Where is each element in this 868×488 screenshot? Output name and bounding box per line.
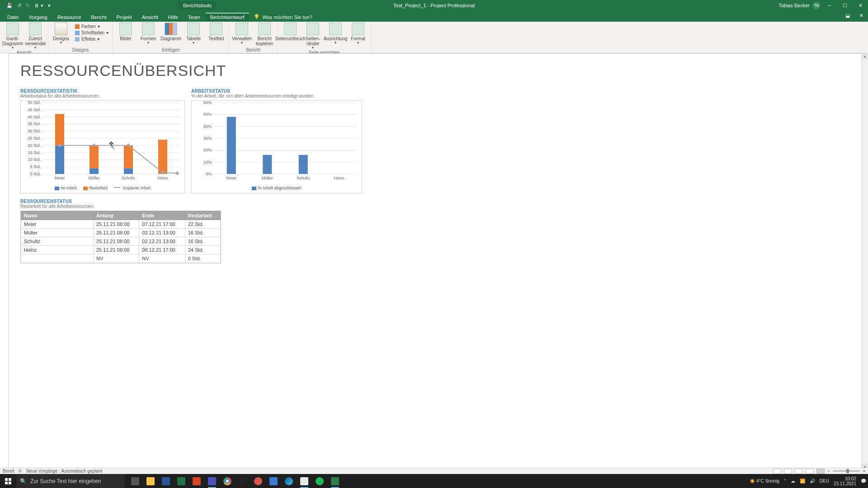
group-ansicht: Gantt-Diagramm▾ Zuletzt verwendet▾ Ansic… [0, 22, 48, 53]
lightbulb-icon: 💡 [254, 14, 260, 20]
close-button[interactable]: ✕ [853, 0, 868, 11]
fonts-button[interactable]: Schriftarten ▾ [74, 30, 110, 36]
pagebreak-label: Seitenumbruch [275, 36, 306, 41]
tab-projekt[interactable]: Projekt [112, 13, 137, 22]
colors-label: Farben [81, 24, 96, 29]
close-document-icon[interactable]: ✕ [859, 13, 863, 19]
contextual-tab-title: Berichtstools [179, 1, 216, 9]
group-label: Einfügen [162, 47, 179, 53]
copy-report-button[interactable]: Bericht kopieren [255, 23, 274, 46]
fonts-icon [75, 31, 80, 35]
gantt-label: Gantt-Diagramm [2, 36, 23, 46]
window-title: Test_Project_1 - Project Professional [393, 3, 475, 8]
colors-icon [75, 24, 80, 29]
save-icon[interactable]: 💾 [6, 3, 13, 9]
shapes-icon [142, 23, 155, 35]
chart-label: Diagramm [160, 36, 181, 41]
shapes-button[interactable]: Formen▾ [138, 23, 158, 45]
format-icon [352, 23, 364, 35]
margins-label: Seiten-ränder [303, 36, 323, 46]
tell-me-placeholder: Was möchten Sie tun? [263, 14, 312, 20]
tab-team[interactable]: Team [184, 13, 205, 22]
colors-button[interactable]: Farben ▾ [74, 23, 110, 29]
pagebreak-icon [284, 23, 297, 35]
copy-report-icon [258, 23, 271, 35]
user-name-label: Tobias Becker [778, 3, 810, 8]
ribbon-collapse-icon[interactable]: ⬓ [845, 13, 850, 19]
ribbon: Gantt-Diagramm▾ Zuletzt verwendet▾ Ansic… [0, 22, 868, 53]
copy-report-label: Bericht kopieren [255, 36, 274, 46]
textbox-button[interactable]: Textfeld [206, 23, 226, 41]
images-label: Bilder [120, 36, 132, 41]
user-avatar: TB [812, 1, 821, 9]
undo-icon[interactable]: ↺ [17, 3, 21, 9]
images-icon [119, 23, 132, 35]
group-label: Designs [72, 47, 89, 53]
images-button[interactable]: Bilder [116, 23, 136, 41]
tab-hilfe[interactable]: Hilfe [164, 13, 183, 22]
group-insert: Bilder Formen▾ Diagramm Tabelle▾ Textfel… [113, 22, 229, 53]
tab-bericht[interactable]: Bericht [86, 13, 111, 22]
group-designs: Designs▾ Farben ▾ Schriftarten ▾ Effekte… [48, 22, 113, 53]
tab-ressource[interactable]: Ressource [53, 13, 86, 22]
designs-icon [55, 23, 67, 35]
tab-file[interactable]: Datei [3, 13, 24, 22]
chart-button[interactable]: Diagramm [161, 23, 181, 41]
recent-icon [29, 23, 42, 35]
tell-me-search[interactable]: 💡 Was möchten Sie tun? [250, 12, 316, 22]
group-page-setup: Seitenumbruch Seiten-ränder▾ Ausrichtung… [278, 22, 371, 53]
tab-ansicht[interactable]: Ansicht [137, 13, 163, 22]
effects-label: Effekte [81, 37, 95, 42]
group-label: Seite einrichten [309, 50, 340, 53]
chart-icon [165, 23, 177, 35]
window-controls: ─ ☐ ✕ [822, 0, 868, 11]
user-account[interactable]: Tobias Becker TB [778, 1, 821, 9]
margins-icon [307, 23, 319, 35]
designs-button[interactable]: Designs▾ [51, 23, 71, 45]
redo-icon[interactable]: ↻ [26, 3, 30, 9]
orientation-button[interactable]: Ausrichtung▾ [326, 23, 345, 45]
title-bar: 💾 ↺ ↻ 🗎 ▾ ▾ Berichtstools Test_Project_1… [0, 0, 868, 11]
recent-label: Zuletzt verwendet [25, 36, 46, 46]
group-label: Bericht [246, 47, 260, 53]
minimize-button[interactable]: ─ [822, 0, 837, 11]
ribbon-tabs: Datei Vorgang Ressource Bericht Projekt … [0, 11, 868, 22]
textbox-label: Textfeld [208, 36, 224, 41]
group-report: Verwalten▾ Bericht kopieren Bericht [229, 22, 278, 53]
qat-customize-icon[interactable]: ▾ [48, 3, 51, 9]
group-label: Ansicht [17, 50, 32, 53]
fonts-label: Schriftarten [81, 30, 104, 35]
manage-button[interactable]: Verwalten▾ [232, 23, 252, 45]
table-icon [187, 23, 200, 35]
recent-button[interactable]: Zuletzt verwendet▾ [25, 23, 45, 50]
table-button[interactable]: Tabelle▾ [184, 23, 203, 45]
format-button[interactable]: Format▾ [348, 23, 368, 45]
pagebreak-button[interactable]: Seitenumbruch [280, 23, 300, 41]
effects-button[interactable]: Effekte ▾ [74, 36, 110, 42]
gantt-icon [6, 23, 19, 35]
manage-icon [236, 23, 248, 35]
maximize-button[interactable]: ☐ [837, 0, 853, 11]
orientation-icon [329, 23, 342, 35]
tab-berichtsentwurf[interactable]: Berichtsentwurf [206, 13, 249, 22]
effects-icon [75, 37, 80, 42]
document-icon[interactable]: 🗎 ▾ [34, 3, 43, 9]
quick-access-toolbar: 💾 ↺ ↻ 🗎 ▾ ▾ [0, 3, 51, 9]
textbox-icon [210, 23, 222, 35]
tab-vorgang[interactable]: Vorgang [24, 13, 52, 22]
margins-button[interactable]: Seiten-ränder▾ [303, 23, 323, 50]
gantt-chart-button[interactable]: Gantt-Diagramm▾ [3, 23, 23, 50]
